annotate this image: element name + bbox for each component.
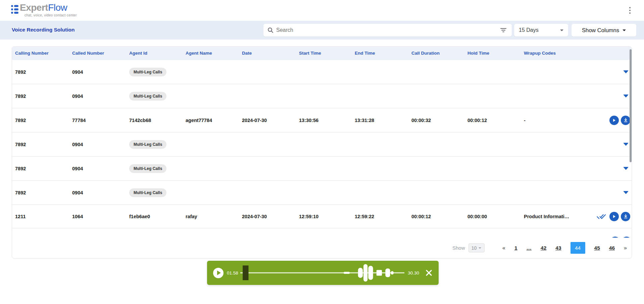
expertflow-logo: ExpertFlow chat, voice, video contact ce… bbox=[11, 3, 77, 17]
show-columns-label: Show Columns bbox=[582, 27, 619, 34]
call-duration: 00:00:32 bbox=[411, 118, 431, 123]
search-input[interactable] bbox=[276, 27, 499, 33]
col-end-time: End Time bbox=[355, 51, 375, 56]
called-number: 1064 bbox=[72, 214, 83, 219]
chevron-down-icon bbox=[479, 247, 481, 249]
waveform[interactable] bbox=[240, 261, 404, 285]
col-agent-name: Agent Name bbox=[186, 51, 212, 56]
calling-number: 1211 bbox=[15, 214, 26, 219]
table-header-row: Calling Number Called Number Agent Id Ag… bbox=[12, 47, 632, 60]
col-called-number: Called Number bbox=[72, 51, 104, 56]
start-time: 13:30:56 bbox=[299, 118, 318, 123]
calling-number: 7892 bbox=[15, 94, 26, 99]
col-start-time: Start Time bbox=[299, 51, 321, 56]
end-time: 12:59:22 bbox=[355, 214, 374, 219]
expand-row-icon[interactable] bbox=[623, 190, 629, 195]
search-icon bbox=[267, 27, 274, 33]
page-size-value: 10 bbox=[472, 245, 477, 251]
multi-leg-badge: Multi-Leg Calls bbox=[129, 68, 166, 76]
calling-number: 7892 bbox=[15, 118, 26, 123]
search-box[interactable] bbox=[263, 24, 512, 37]
called-number: 0904 bbox=[72, 94, 83, 99]
download-recording-button[interactable] bbox=[621, 116, 630, 125]
expertflow-logo-icon bbox=[11, 5, 18, 14]
calling-number: 7892 bbox=[15, 142, 26, 147]
player-play-button[interactable] bbox=[213, 268, 224, 278]
wrapup-codes: Product Informati… bbox=[524, 214, 569, 219]
date-range-select[interactable]: 15 Days bbox=[514, 24, 568, 37]
col-agent-id: Agent Id bbox=[129, 51, 147, 56]
play-recording-button[interactable] bbox=[609, 212, 619, 221]
page-ellipsis-link[interactable]: … bbox=[527, 245, 532, 251]
audio-player: 01.58 30.30 bbox=[207, 261, 439, 285]
calling-number: 7892 bbox=[15, 69, 26, 75]
next-page-button[interactable]: » bbox=[624, 245, 627, 251]
start-time: 12:59:10 bbox=[299, 214, 318, 219]
play-recording-button[interactable] bbox=[609, 116, 619, 125]
agent-id: f1eb6ae0 bbox=[129, 214, 150, 219]
multi-leg-badge: Multi-Leg Calls bbox=[129, 92, 166, 101]
calling-number: 7892 bbox=[15, 190, 26, 195]
page-44-current[interactable]: 44 bbox=[571, 242, 585, 254]
page-45-link[interactable]: 45 bbox=[594, 245, 600, 251]
called-number: 0904 bbox=[72, 142, 83, 147]
expand-row-icon[interactable] bbox=[623, 166, 629, 171]
table-row: 7892 0904 Multi-Leg Calls bbox=[12, 84, 632, 108]
page-title: Voice Recording Solution bbox=[12, 27, 75, 33]
called-number: 77784 bbox=[72, 118, 86, 123]
multi-leg-badge: Multi-Leg Calls bbox=[129, 164, 166, 173]
page-42-link[interactable]: 42 bbox=[541, 245, 546, 251]
top-app-bar: ExpertFlow chat, voice, video contact ce… bbox=[0, 0, 644, 21]
page-43-link[interactable]: 43 bbox=[555, 245, 561, 251]
called-number: 0904 bbox=[72, 166, 83, 171]
chevron-down-icon bbox=[560, 29, 563, 31]
pagination-bar: Show 10 « 1 … 42 43 44 45 46 » bbox=[12, 238, 632, 258]
chevron-down-icon bbox=[623, 29, 626, 31]
recordings-table: Calling Number Called Number Agent Id Ag… bbox=[12, 46, 632, 258]
agent-id: 7142cb68 bbox=[129, 118, 151, 123]
table-row: 1211 1064 f1eb6ae0 rafay 2024-07-30 12:5… bbox=[12, 205, 632, 228]
show-label: Show bbox=[452, 245, 465, 251]
hold-time: 00:00:00 bbox=[467, 214, 487, 219]
called-number: 0904 bbox=[72, 69, 83, 75]
multi-leg-badge: Multi-Leg Calls bbox=[129, 188, 166, 197]
date-range-value: 15 Days bbox=[519, 27, 560, 33]
player-total-time: 30.30 bbox=[408, 270, 419, 276]
table-row: 7892 0904 Multi-Leg Calls bbox=[12, 132, 632, 157]
waveform-graphic bbox=[240, 261, 404, 285]
agent-name: rafay bbox=[186, 214, 197, 219]
table-row: 7892 77784 7142cb68 agent77784 2024-07-3… bbox=[12, 108, 632, 132]
col-call-duration: Call Duration bbox=[411, 51, 440, 56]
clipped-table-row bbox=[12, 228, 632, 238]
date: 2024-07-30 bbox=[242, 214, 267, 219]
expand-row-icon[interactable] bbox=[623, 94, 629, 99]
agent-name: agent77784 bbox=[186, 118, 212, 123]
hold-time: 00:00:12 bbox=[467, 118, 487, 123]
called-number: 0904 bbox=[72, 190, 83, 195]
multi-leg-badge: Multi-Leg Calls bbox=[129, 140, 166, 149]
kebab-menu-icon[interactable] bbox=[626, 5, 634, 15]
table-row: 7892 0904 Multi-Leg Calls bbox=[12, 60, 632, 84]
calling-number: 7892 bbox=[15, 166, 26, 171]
call-duration: 00:00:12 bbox=[411, 214, 431, 219]
wrapup-codes: - bbox=[524, 118, 526, 123]
vertical-scrollbar[interactable] bbox=[630, 49, 632, 162]
table-row: 7892 0904 Multi-Leg Calls bbox=[12, 157, 632, 181]
pager: « 1 … 42 43 44 45 46 » bbox=[502, 242, 627, 254]
prev-page-button[interactable]: « bbox=[502, 245, 505, 251]
expand-row-icon[interactable] bbox=[623, 142, 629, 147]
col-hold-time: Hold Time bbox=[467, 51, 489, 56]
page-size-select[interactable]: 10 bbox=[468, 243, 485, 252]
page-1-link[interactable]: 1 bbox=[514, 245, 517, 251]
page-46-link[interactable]: 46 bbox=[609, 245, 615, 251]
player-close-button[interactable] bbox=[425, 269, 433, 277]
brand-name: ExpertFlow bbox=[20, 3, 77, 13]
filter-icon[interactable] bbox=[499, 26, 508, 35]
expand-row-icon[interactable] bbox=[623, 70, 629, 74]
close-icon bbox=[425, 269, 433, 277]
download-recording-button[interactable] bbox=[621, 212, 630, 221]
col-wrapup-codes: Wrapup Codes bbox=[524, 51, 556, 56]
table-row: 7892 0904 Multi-Leg Calls bbox=[12, 181, 632, 205]
end-time: 13:31:28 bbox=[355, 118, 374, 123]
show-columns-button[interactable]: Show Columns bbox=[572, 24, 636, 37]
